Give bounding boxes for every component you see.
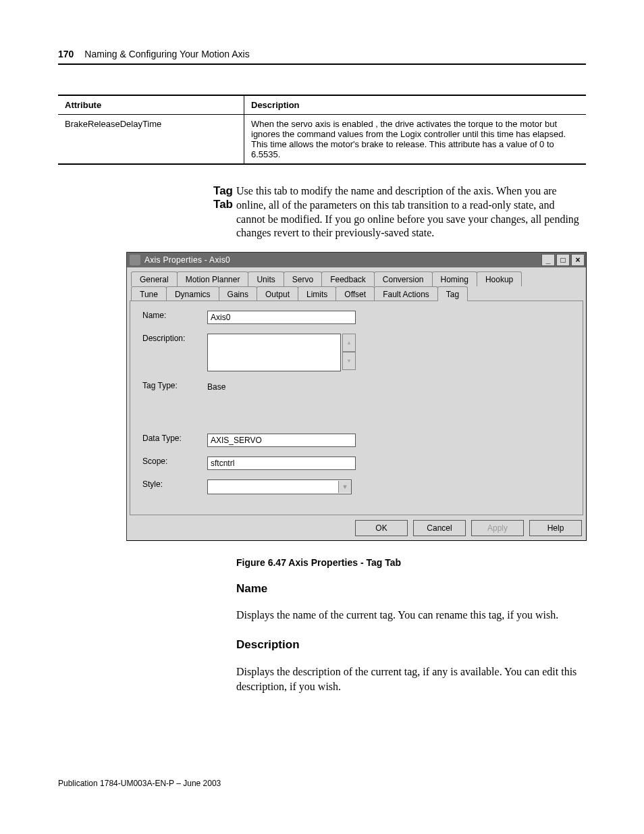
titlebar: Axis Properties - Axis0 _ □ × (127, 253, 586, 267)
tab-row-2: Tune Dynamics Gains Output Limits Offset… (127, 286, 586, 301)
maximize-button[interactable]: □ (556, 254, 570, 266)
attribute-table: Attribute Description BrakeReleaseDelayT… (58, 95, 586, 165)
name-input[interactable] (207, 311, 356, 324)
app-icon (130, 255, 140, 265)
tab-conversion[interactable]: Conversion (374, 271, 433, 286)
data-type-input[interactable] (207, 434, 356, 447)
tab-limits[interactable]: Limits (298, 286, 336, 301)
window-controls: _ □ × (541, 254, 586, 266)
field-scope: Scope: (142, 457, 570, 470)
tab-tag[interactable]: Tag (437, 286, 468, 301)
tab-units[interactable]: Units (248, 271, 284, 286)
field-tag-type: Tag Type: Base (142, 381, 570, 393)
attr-cell: BrakeReleaseDelayTime (58, 115, 244, 165)
style-select[interactable]: ▼ (207, 479, 352, 494)
tab-dynamics[interactable]: Dynamics (166, 286, 219, 301)
heading-name: Name (236, 582, 267, 596)
heading-description: Description (236, 638, 300, 652)
field-description: Description: ▲ ▼ (142, 334, 570, 371)
description-scroll: ▲ ▼ (342, 334, 356, 370)
page: 170 Naming & Configuring Your Motion Axi… (0, 0, 644, 834)
label-scope: Scope: (142, 457, 207, 466)
page-header: 170 Naming & Configuring Your Motion Axi… (58, 49, 586, 65)
tab-fault-actions[interactable]: Fault Actions (374, 286, 438, 301)
scroll-up-icon[interactable]: ▲ (342, 334, 356, 352)
tab-output[interactable]: Output (257, 286, 298, 301)
tag-type-value: Base (207, 381, 225, 393)
tab-tune[interactable]: Tune (131, 286, 167, 301)
desc-col-header: Description (244, 95, 587, 115)
tab-strip: General Motion Planner Units Servo Feedb… (127, 267, 586, 516)
section-intro: Use this tab to modify the name and desc… (236, 184, 586, 240)
close-button[interactable]: × (571, 254, 585, 266)
desc-cell: When the servo axis is enabled , the dri… (244, 115, 587, 165)
tab-motion-planner[interactable]: Motion Planner (177, 271, 249, 286)
label-data-type: Data Type: (142, 434, 207, 443)
tab-general[interactable]: General (131, 271, 178, 286)
para-name: Displays the name of the current tag. Yo… (236, 608, 586, 623)
scope-input[interactable] (207, 457, 356, 470)
tab-feedback[interactable]: Feedback (321, 271, 375, 286)
label-name: Name: (142, 311, 207, 320)
page-number: 170 (58, 49, 74, 59)
chapter-title: Naming & Configuring Your Motion Axis (84, 49, 249, 59)
figure-caption: Figure 6.47 Axis Properties - Tag Tab (236, 557, 401, 568)
label-tag-type: Tag Type: (142, 381, 207, 390)
label-style: Style: (142, 479, 207, 489)
apply-button[interactable]: Apply (471, 520, 524, 536)
scroll-down-icon[interactable]: ▼ (342, 352, 356, 370)
description-input[interactable] (207, 334, 341, 371)
window-title: Axis Properties - Axis0 (144, 255, 541, 265)
table-row: BrakeReleaseDelayTime When the servo axi… (58, 115, 586, 165)
tab-panel: Name: Description: ▲ ▼ Tag Type: B (130, 301, 583, 515)
tab-offset[interactable]: Offset (336, 286, 375, 301)
field-data-type: Data Type: (142, 434, 570, 447)
para-description: Displays the description of the current … (236, 664, 586, 694)
minimize-button[interactable]: _ (541, 254, 555, 266)
ok-button[interactable]: OK (355, 520, 408, 536)
cancel-button[interactable]: Cancel (413, 520, 466, 536)
dialog-buttons: OK Cancel Apply Help (127, 516, 586, 540)
axis-properties-window: Axis Properties - Axis0 _ □ × General Mo… (126, 252, 587, 541)
attr-col-header: Attribute (58, 95, 244, 115)
chevron-down-icon: ▼ (338, 481, 351, 493)
tab-gains[interactable]: Gains (219, 286, 257, 301)
tab-hookup[interactable]: Hookup (477, 271, 522, 286)
tab-homing[interactable]: Homing (432, 271, 477, 286)
label-description: Description: (142, 334, 207, 343)
help-button[interactable]: Help (529, 520, 582, 536)
field-name: Name: (142, 311, 570, 324)
tab-row-1: General Motion Planner Units Servo Feedb… (127, 271, 586, 286)
section-side-title: Tag Tab (192, 184, 233, 211)
publication-footer: Publication 1784-UM003A-EN-P – June 2003 (58, 779, 221, 788)
field-style: Style: ▼ (142, 479, 570, 494)
tab-servo[interactable]: Servo (284, 271, 322, 286)
